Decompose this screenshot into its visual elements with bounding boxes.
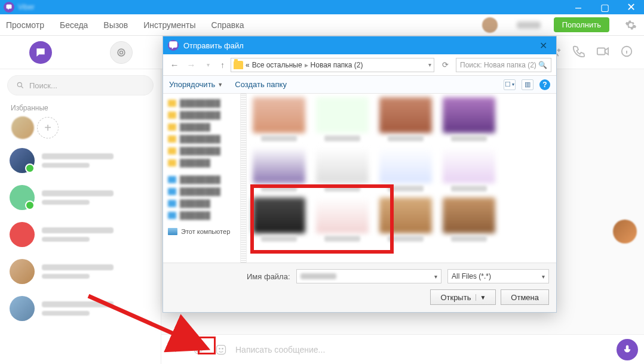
tree-resize-handle[interactable] <box>241 94 247 263</box>
folder-tree[interactable]: ████████ ████████ ██████ ████████ ██████… <box>163 94 241 263</box>
window-minimize-button[interactable] <box>565 0 591 14</box>
tree-this-pc[interactable]: Этот компьютер <box>165 226 238 237</box>
call-icon[interactable] <box>572 45 585 60</box>
title-text: Viber <box>18 3 35 11</box>
annotation-highlight <box>198 337 216 354</box>
avatar <box>10 148 35 173</box>
conversation-item[interactable] <box>0 179 161 216</box>
conversation-item[interactable] <box>0 142 161 179</box>
organize-button[interactable]: Упорядочить▼ <box>169 80 223 89</box>
crumb-item[interactable]: Все остальные <box>252 61 302 69</box>
preview-pane-button[interactable]: ▥ <box>522 79 533 90</box>
file-thumb[interactable] <box>253 97 305 141</box>
dialog-search-input[interactable]: Поиск: Новая папка (2) 🔍 <box>456 58 551 72</box>
svg-line-9 <box>88 296 199 345</box>
svg-point-5 <box>17 82 22 87</box>
avatar <box>10 259 35 284</box>
filetype-select[interactable]: All Files (*.*)▾ <box>447 269 549 283</box>
cancel-button[interactable]: Отмена <box>501 289 549 305</box>
nav-back-button[interactable]: ← <box>168 60 181 70</box>
nav-history-button[interactable]: ▾ <box>201 61 214 68</box>
conversation-item[interactable] <box>0 253 161 290</box>
voice-message-button[interactable] <box>617 339 638 360</box>
nav-chats-icon[interactable] <box>29 41 52 64</box>
svg-point-1 <box>119 51 122 54</box>
peer-avatar <box>613 220 637 243</box>
topup-button[interactable]: Пополнить <box>554 17 609 32</box>
avatar <box>10 296 35 321</box>
filename-input[interactable]: ▾ <box>296 269 441 283</box>
file-thumb[interactable] <box>443 97 495 141</box>
search-placeholder: Поиск... <box>29 81 57 90</box>
user-avatar[interactable] <box>482 17 498 33</box>
annotation-highlight <box>250 184 394 254</box>
balance-amount <box>517 21 541 29</box>
add-favorite-button[interactable]: + <box>37 117 59 138</box>
breadcrumb[interactable]: « Все остальные ▸ Новая папка (2) ▾ <box>231 58 434 72</box>
filename-label: Имя файла: <box>247 272 290 281</box>
file-thumb[interactable] <box>443 198 495 242</box>
file-thumb[interactable] <box>443 147 495 192</box>
dialog-title-bar[interactable]: Отправить файл ✕ <box>163 36 556 54</box>
svg-point-0 <box>118 49 125 56</box>
svg-rect-3 <box>597 48 605 54</box>
search-icon: 🔍 <box>538 61 547 69</box>
newfolder-button[interactable]: Создать папку <box>235 80 287 89</box>
window-maximize-button[interactable]: ▢ <box>591 0 618 14</box>
nav-public-icon[interactable] <box>110 41 133 64</box>
app-title-bar: Viber ▢ ✕ <box>0 0 644 14</box>
viber-logo-icon <box>4 2 14 13</box>
info-icon[interactable] <box>620 45 633 60</box>
conversation-item[interactable] <box>0 216 161 253</box>
crumb-item[interactable]: Новая папка (2) <box>311 61 363 69</box>
favorites-label: Избранные <box>0 99 161 115</box>
video-icon[interactable] <box>596 45 609 60</box>
window-close-button[interactable]: ✕ <box>618 0 644 14</box>
menu-chat[interactable]: Беседа <box>59 18 89 32</box>
avatar <box>10 185 35 210</box>
dialog-close-button[interactable]: ✕ <box>532 40 554 51</box>
file-thumb[interactable] <box>316 97 369 141</box>
file-grid[interactable] <box>247 94 556 263</box>
menu-bar: Просмотр Беседа Вызов Инструменты Справк… <box>0 14 644 36</box>
dialog-search-placeholder: Поиск: Новая папка (2) <box>460 61 536 69</box>
menu-tools[interactable]: Инструменты <box>142 18 197 32</box>
menu-call[interactable]: Вызов <box>102 18 129 32</box>
search-input[interactable]: Поиск... <box>7 75 154 95</box>
file-open-dialog: Отправить файл ✕ ← → ▾ ↑ « Все остальные… <box>162 36 557 313</box>
message-composer: + @ <box>161 334 644 364</box>
crumb-dropdown-icon[interactable]: ▾ <box>428 61 431 68</box>
crumb-pre: « <box>246 61 250 69</box>
settings-gear-icon[interactable] <box>622 17 639 33</box>
menu-view[interactable]: Просмотр <box>5 18 45 32</box>
file-thumb[interactable] <box>379 97 432 141</box>
svg-point-8 <box>222 348 223 349</box>
open-button[interactable]: Открыть▼ <box>430 289 496 305</box>
chevron-right-icon: ▸ <box>305 61 308 69</box>
dialog-bottom: Имя файла: ▾ All Files (*.*)▾ Открыть▼ О… <box>163 263 556 312</box>
menu-help[interactable]: Справка <box>210 18 246 32</box>
viber-logo-icon <box>168 40 179 51</box>
nav-forward-button[interactable]: → <box>185 60 198 70</box>
message-input[interactable] <box>235 345 611 354</box>
nav-up-button[interactable]: ↑ <box>218 60 227 70</box>
refresh-button[interactable]: ⟳ <box>438 60 452 69</box>
view-mode-button[interactable]: ☐▾ <box>504 79 516 90</box>
dialog-title: Отправить файл <box>183 41 244 50</box>
dialog-nav: ← → ▾ ↑ « Все остальные ▸ Новая папка (2… <box>163 54 556 76</box>
folder-icon <box>234 61 243 69</box>
avatar <box>10 222 35 247</box>
help-icon[interactable]: ? <box>539 79 550 90</box>
dialog-toolbar: Упорядочить▼ Создать папку ☐▾ ▥ ? <box>163 76 556 94</box>
